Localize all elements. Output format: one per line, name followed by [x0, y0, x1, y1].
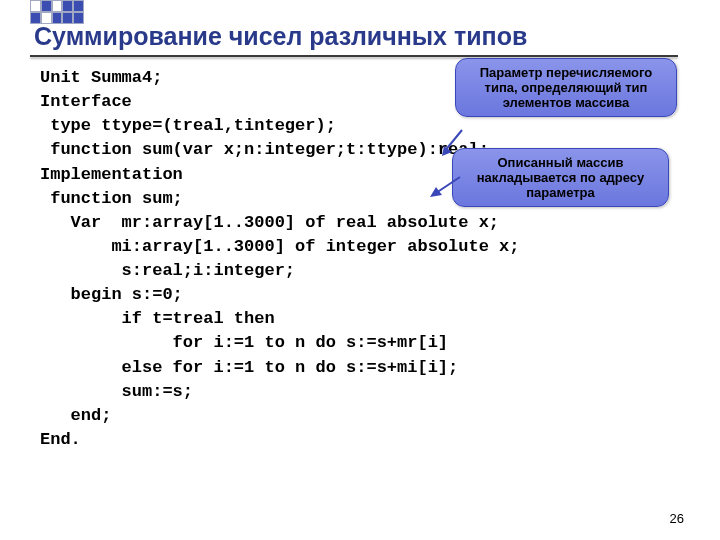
- callout-array-overlay: Описанный массив накладывается по адресу…: [452, 148, 669, 207]
- code-block: Unit Summa4; Interface type ttype=(treal…: [40, 66, 680, 452]
- svg-marker-1: [430, 187, 442, 197]
- code-line: s:real;i:integer;: [40, 259, 680, 283]
- page-number: 26: [670, 511, 684, 526]
- title-underline: [30, 55, 678, 57]
- decorative-accent-grid: [30, 0, 84, 24]
- code-line: mi:array[1..3000] of integer absolute x;: [40, 235, 680, 259]
- code-line: end;: [40, 404, 680, 428]
- code-line: End.: [40, 428, 680, 452]
- callout-pointer-icon: [430, 175, 464, 199]
- code-line: if t=treal then: [40, 307, 680, 331]
- slide-title: Суммирование чисел различных типов: [34, 22, 527, 51]
- code-line: type ttype=(treal,tinteger);: [40, 114, 680, 138]
- code-line: for i:=1 to n do s:=s+mr[i]: [40, 331, 680, 355]
- code-line: else for i:=1 to n do s:=s+mi[i];: [40, 356, 680, 380]
- callout-param-type: Параметр перечисляемого типа, определяющ…: [455, 58, 677, 117]
- code-line: begin s:=0;: [40, 283, 680, 307]
- code-line: Var mr:array[1..3000] of real absolute x…: [40, 211, 680, 235]
- code-line: sum:=s;: [40, 380, 680, 404]
